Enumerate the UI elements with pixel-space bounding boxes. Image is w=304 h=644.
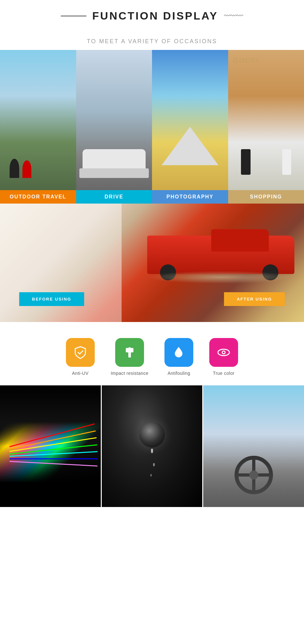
outdoor-travel-label: OUTDOOR TRAVEL: [0, 190, 76, 204]
antifouling-label: Antifouling: [168, 371, 190, 376]
shopping-image: GUCCI: [228, 50, 304, 204]
occasion-shopping: GUCCI SHOPPING: [228, 50, 304, 204]
function-display-header: FUNCTION DISPLAY 〰〰〰: [0, 0, 304, 28]
droplet-icon: [172, 345, 186, 359]
antifouling-icon-box: [164, 338, 193, 367]
photography-label: PHOTOGRAPHY: [152, 190, 228, 204]
occasion-photography: PHOTOGRAPHY: [152, 50, 228, 204]
features-section: Anti-UV Impact resistance Antifouling: [0, 322, 304, 385]
feature-true-color: True color: [209, 338, 238, 376]
after-using-label: AFTER USING: [224, 292, 285, 306]
light-spectrum-photo: [0, 385, 102, 507]
feature-antifouling: Antifouling: [164, 338, 193, 376]
comparison-section: BEFORE USING AFTER USING: [0, 204, 304, 322]
drive-label: DRIVE: [76, 190, 152, 204]
svg-rect-2: [129, 347, 131, 349]
before-using-label: BEFORE USING: [19, 292, 84, 306]
feature-impact-resistance: Impact resistance: [111, 338, 148, 376]
impact-label: Impact resistance: [111, 371, 148, 376]
truck-illustration: [147, 220, 294, 284]
header-wavy-icon: 〰〰〰: [224, 12, 243, 20]
occasion-drive: DRIVE: [76, 50, 152, 204]
anti-uv-icon-box: [66, 338, 95, 367]
lens-photo: [102, 385, 204, 507]
shopping-label: SHOPPING: [228, 190, 304, 204]
hammer-icon: [123, 345, 137, 359]
occasions-subtitle: TO MEET A VARIETY OF OCCASIONS: [0, 28, 304, 50]
comparison-background: BEFORE USING AFTER USING: [0, 204, 304, 322]
true-color-label: True color: [213, 371, 235, 376]
driving-photo: [203, 385, 304, 507]
drive-image: [76, 50, 152, 204]
anti-uv-label: Anti-UV: [72, 371, 89, 376]
impact-icon-box: [115, 338, 144, 367]
svg-rect-0: [128, 352, 131, 358]
svg-point-5: [223, 351, 225, 353]
page-title: FUNCTION DISPLAY: [92, 10, 218, 22]
shield-icon: [73, 345, 87, 359]
feature-anti-uv: Anti-UV: [66, 338, 95, 376]
outdoor-travel-image: [0, 50, 76, 204]
header-line-left-icon: [61, 16, 86, 16]
bottom-photos-section: [0, 385, 304, 507]
occasions-photo-grid: OUTDOOR TRAVEL DRIVE PHOTOGRAPHY GUCCI S…: [0, 50, 304, 204]
photography-image: [152, 50, 228, 204]
true-color-icon-box: [209, 338, 238, 367]
occasion-outdoor-travel: OUTDOOR TRAVEL: [0, 50, 76, 204]
eye-icon: [217, 345, 231, 359]
